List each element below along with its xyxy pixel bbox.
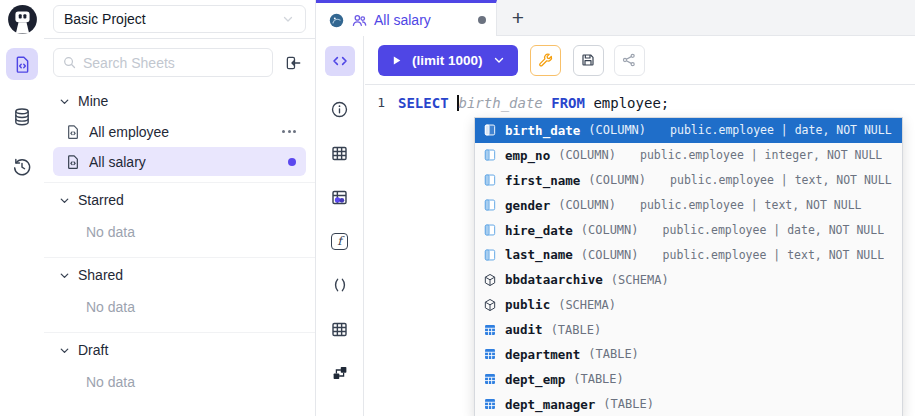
section-header[interactable]: Shared: [53, 260, 306, 290]
masked-data-panel-button[interactable]: [325, 182, 355, 212]
chevron-down-icon: [58, 95, 71, 108]
table-icon: [483, 372, 497, 386]
sidebar-section-draft: Draft No data: [53, 332, 306, 401]
autocomplete-detail: public.employee | date, NOT NULL: [663, 223, 885, 237]
search-input[interactable]: [83, 55, 264, 71]
sql-text: employee;: [593, 95, 669, 111]
autocomplete-item-bbdataarchive[interactable]: bbdataarchive (SCHEMA): [475, 267, 902, 292]
autocomplete-detail: public.employee | text, NOT NULL: [670, 173, 892, 187]
column-icon: [483, 223, 497, 237]
sheet-code-icon: [13, 55, 32, 74]
section-label: Shared: [78, 267, 123, 283]
share-sheet-button[interactable]: [614, 45, 645, 76]
function-panel-button[interactable]: f: [325, 226, 355, 256]
autocomplete-name: first_name: [505, 173, 580, 188]
table-icon: [483, 323, 497, 337]
project-selector[interactable]: Basic Project: [53, 5, 306, 33]
info-panel-button[interactable]: [325, 94, 355, 124]
line-number: 1: [365, 95, 398, 110]
autocomplete-item-public[interactable]: public (SCHEMA): [475, 292, 902, 317]
chevron-down-icon: [58, 194, 71, 207]
code-panel-button[interactable]: [325, 46, 355, 76]
new-tab-button[interactable]: +: [497, 0, 539, 36]
sql-editor[interactable]: 1 SELECT birth_date FROM employee;: [365, 84, 915, 113]
autocomplete-kind: (COLUMN): [581, 223, 639, 237]
section-header[interactable]: Mine: [53, 86, 306, 116]
autocomplete-item-gender[interactable]: gender (COLUMN) public.employee | text, …: [475, 193, 902, 218]
schema-panel-button[interactable]: [325, 138, 355, 168]
share-icon: [621, 52, 637, 68]
autocomplete-item-last-name[interactable]: last_name (COLUMN) public.employee | tex…: [475, 242, 902, 267]
column-icon: [483, 123, 497, 137]
autocomplete-name: bbdataarchive: [505, 272, 603, 287]
autocomplete-kind: (COLUMN): [558, 148, 616, 162]
autocomplete-item-dept-manager[interactable]: dept_manager (TABLE): [475, 392, 902, 416]
save-icon: [580, 52, 596, 68]
run-query-label: (limit 1000): [412, 53, 483, 68]
autocomplete-item-first-name[interactable]: first_name (COLUMN) public.employee | te…: [475, 168, 902, 193]
autocomplete-name: public: [505, 297, 550, 312]
editor-toolbar: (limit 1000): [365, 36, 915, 84]
nav-history-button[interactable]: [6, 151, 38, 183]
autocomplete-kind: (COLUMN): [581, 248, 639, 262]
section-label: Mine: [78, 93, 108, 109]
sheet-icon: [65, 154, 81, 170]
autocomplete-kind: (SCHEMA): [611, 273, 669, 287]
autocomplete-item-audit[interactable]: audit (TABLE): [475, 317, 902, 342]
data-panel-button[interactable]: [325, 314, 355, 344]
bytebase-logo-icon[interactable]: [7, 4, 38, 35]
code-line-1: 1 SELECT birth_date FROM employee;: [365, 92, 915, 113]
autocomplete-name: last_name: [505, 247, 573, 262]
sql-keyword-select: SELECT: [398, 95, 449, 111]
save-sheet-button[interactable]: [573, 45, 604, 76]
schema-icon: [483, 273, 497, 287]
tab-label: All salary: [374, 12, 431, 28]
search-box: [53, 48, 273, 77]
section-header[interactable]: Draft: [53, 335, 306, 365]
empty-state-text: No data: [53, 215, 306, 251]
autocomplete-name: dept_emp: [505, 372, 565, 387]
collapse-sidebar-button[interactable]: [280, 50, 306, 76]
format-sql-button[interactable]: [530, 45, 561, 76]
sheet-tree: Mine All employee All salary Starred No …: [44, 82, 315, 401]
run-query-button[interactable]: (limit 1000): [378, 45, 518, 76]
er-diagram-icon: [331, 364, 349, 382]
autocomplete-popup: birth_date (COLUMN) public.employee | da…: [474, 117, 903, 416]
function-icon: f: [331, 233, 348, 250]
nav-sheets-button[interactable]: [6, 48, 38, 80]
autocomplete-detail: public.employee | date, NOT NULL: [670, 123, 892, 137]
search-row: [44, 39, 315, 82]
autocomplete-item-emp-no[interactable]: emp_no (COLUMN) public.employee | intege…: [475, 143, 902, 168]
nav-databases-button[interactable]: [6, 101, 38, 133]
autocomplete-name: audit: [505, 322, 543, 337]
autocomplete-kind: (COLUMN): [588, 173, 646, 187]
autocomplete-detail: public.employee | text, NOT NULL: [640, 198, 862, 212]
data-table-icon: [330, 320, 349, 339]
section-header[interactable]: Starred: [53, 185, 306, 215]
autocomplete-item-birth-date[interactable]: birth_date (COLUMN) public.employee | da…: [475, 118, 902, 143]
autocomplete-name: dept_manager: [505, 397, 595, 412]
code-icon: [331, 52, 349, 70]
app-rail: [0, 0, 44, 416]
tab-all-salary[interactable]: All salary: [316, 0, 497, 37]
ghost-completion-text: birth_date: [459, 95, 543, 111]
more-menu-icon[interactable]: [282, 130, 296, 133]
sheet-item-all-salary[interactable]: All salary: [53, 147, 306, 176]
project-row: Basic Project: [44, 0, 315, 39]
autocomplete-detail: public.employee | integer, NOT NULL: [640, 148, 882, 162]
er-diagram-panel-button[interactable]: [325, 358, 355, 388]
autocomplete-detail: public.employee | text, NOT NULL: [663, 248, 885, 262]
autocomplete-item-department[interactable]: department (TABLE): [475, 342, 902, 367]
section-divider: [44, 182, 315, 183]
unsaved-dot: [288, 158, 296, 166]
schema-icon: [483, 298, 497, 312]
sheet-item-all-employee[interactable]: All employee: [53, 117, 306, 146]
autocomplete-item-dept-emp[interactable]: dept_emp (TABLE): [475, 367, 902, 392]
autocomplete-kind: (COLUMN): [558, 198, 616, 212]
tab-strip: All salary +: [316, 0, 915, 36]
table-icon: [483, 397, 497, 411]
sheet-item-label: All employee: [89, 124, 169, 140]
parentheses-panel-button[interactable]: [325, 270, 355, 300]
autocomplete-item-hire-date[interactable]: hire_date (COLUMN) public.employee | dat…: [475, 218, 902, 243]
sheet-item-label: All salary: [89, 154, 146, 170]
